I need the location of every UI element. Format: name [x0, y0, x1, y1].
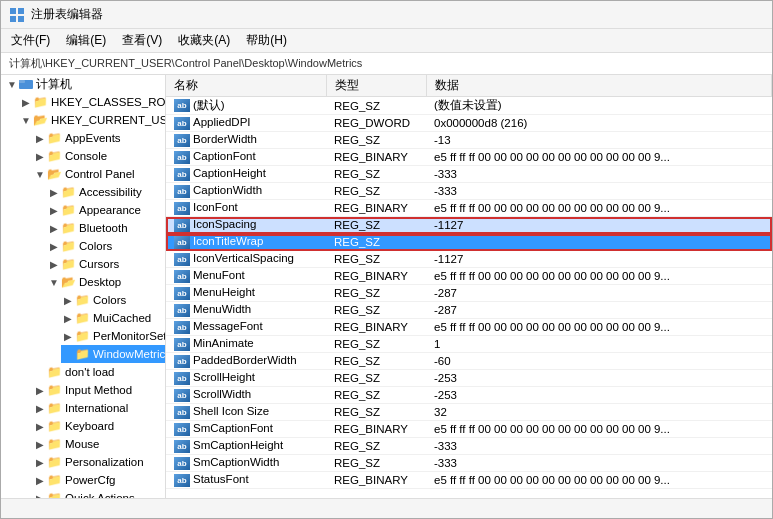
tree-item-appearance[interactable]: ▶ 📁 Appearance: [47, 201, 165, 219]
tree-item-bluetooth[interactable]: ▶ 📁 Bluetooth: [47, 219, 165, 237]
tree-item-desktop[interactable]: ▼ 📂 Desktop: [47, 273, 165, 291]
cell-data: -287: [426, 302, 772, 319]
tree-item-keyboard[interactable]: ▶ 📁 Keyboard: [33, 417, 165, 435]
tree-item-desktop-colors[interactable]: ▶ 📁 Colors: [61, 291, 165, 309]
table-row[interactable]: abStatusFontREG_BINARYe5 ff ff ff 00 00 …: [166, 472, 772, 489]
tree-item-inputmethod[interactable]: ▶ 📁 Input Method: [33, 381, 165, 399]
expand-icon: ▶: [33, 385, 47, 396]
cell-type: REG_SZ: [326, 455, 426, 472]
menu-view[interactable]: 查看(V): [116, 30, 168, 51]
cell-name: abScrollWidth: [166, 387, 326, 404]
table-row[interactable]: abAppliedDPIREG_DWORD0x000000d8 (216): [166, 115, 772, 132]
table-row[interactable]: abIconFontREG_BINARYe5 ff ff ff 00 00 00…: [166, 200, 772, 217]
reg-value-name: ScrollWidth: [193, 388, 251, 400]
reg-value-name: CaptionWidth: [193, 184, 262, 196]
table-row[interactable]: abPaddedBorderWidthREG_SZ-60: [166, 353, 772, 370]
folder-icon: 📁: [61, 185, 76, 199]
reg-value-icon: ab: [174, 304, 190, 317]
title-bar: 注册表编辑器: [1, 1, 772, 29]
table-row[interactable]: abScrollWidthREG_SZ-253: [166, 387, 772, 404]
tree-item-permonitor[interactable]: ▶ 📁 PerMonitorSettin...: [61, 327, 165, 345]
tree-label: don't load: [65, 366, 115, 378]
folder-icon: 📁: [75, 311, 90, 325]
cell-name: abCaptionFont: [166, 149, 326, 166]
table-row[interactable]: abSmCaptionWidthREG_SZ-333: [166, 455, 772, 472]
table-row[interactable]: abSmCaptionFontREG_BINARYe5 ff ff ff 00 …: [166, 421, 772, 438]
cell-name: abSmCaptionFont: [166, 421, 326, 438]
folder-icon: 📂: [33, 113, 48, 127]
tree-item-console[interactable]: ▶ 📁 Console: [33, 147, 165, 165]
menu-edit[interactable]: 编辑(E): [60, 30, 112, 51]
tree-item-control-panel[interactable]: ▼ 📂 Control Panel: [33, 165, 165, 183]
table-row[interactable]: abMessageFontREG_BINARYe5 ff ff ff 00 00…: [166, 319, 772, 336]
cell-data: (数值未设置): [426, 97, 772, 115]
table-row[interactable]: abIconSpacingREG_SZ-1127: [166, 217, 772, 234]
expand-icon: ▼: [19, 115, 33, 126]
menu-help[interactable]: 帮助(H): [240, 30, 293, 51]
table-row[interactable]: abSmCaptionHeightREG_SZ-333: [166, 438, 772, 455]
expand-icon: ▶: [61, 295, 75, 306]
folder-icon: 📁: [47, 383, 62, 397]
tree-label: Control Panel: [65, 168, 135, 180]
expand-icon: ▶: [33, 133, 47, 144]
tree-item-powercfg[interactable]: ▶ 📁 PowerCfg: [33, 471, 165, 489]
reg-value-icon: ab: [174, 168, 190, 181]
reg-value-name: IconFont: [193, 201, 238, 213]
tree-item-cursors[interactable]: ▶ 📁 Cursors: [47, 255, 165, 273]
window-title: 注册表编辑器: [31, 6, 103, 23]
table-row[interactable]: ab(默认)REG_SZ(数值未设置): [166, 97, 772, 115]
tree-item-international[interactable]: ▶ 📁 International: [33, 399, 165, 417]
folder-icon: 📁: [47, 437, 62, 451]
table-row[interactable]: abBorderWidthREG_SZ-13: [166, 132, 772, 149]
tree-item-personalization[interactable]: ▶ 📁 Personalization: [33, 453, 165, 471]
table-row[interactable]: abMenuWidthREG_SZ-287: [166, 302, 772, 319]
tree-item-current-user[interactable]: ▼ 📂 HKEY_CURRENT_USER: [19, 111, 165, 129]
reg-value-name: PaddedBorderWidth: [193, 354, 297, 366]
cell-type: REG_SZ: [326, 183, 426, 200]
expand-icon: ▶: [33, 403, 47, 414]
table-row[interactable]: abCaptionWidthREG_SZ-333: [166, 183, 772, 200]
tree-item-classes-root[interactable]: ▶ 📁 HKEY_CLASSES_ROOT: [19, 93, 165, 111]
tree-label: Personalization: [65, 456, 144, 468]
reg-value-icon: ab: [174, 236, 190, 249]
table-row[interactable]: abShell Icon SizeREG_SZ32: [166, 404, 772, 421]
folder-icon: 📁: [47, 401, 62, 415]
tree-item-appevents[interactable]: ▶ 📁 AppEvents: [33, 129, 165, 147]
table-row[interactable]: abScrollHeightREG_SZ-253: [166, 370, 772, 387]
table-row[interactable]: abIconTitleWrapREG_SZ: [166, 234, 772, 251]
registry-table: 名称 类型 数据 ab(默认)REG_SZ(数值未设置)abAppliedDPI…: [166, 75, 772, 489]
folder-icon: 📁: [33, 95, 48, 109]
reg-value-name: IconVerticalSpacing: [193, 252, 294, 264]
reg-value-name: SmCaptionWidth: [193, 456, 279, 468]
table-row[interactable]: abMenuFontREG_BINARYe5 ff ff ff 00 00 00…: [166, 268, 772, 285]
reg-value-icon: ab: [174, 406, 190, 419]
tree-item-dontload[interactable]: 📁 don't load: [33, 363, 165, 381]
tree-label: HKEY_CLASSES_ROOT: [51, 96, 166, 108]
table-row[interactable]: abMenuHeightREG_SZ-287: [166, 285, 772, 302]
tree-item-quickactions[interactable]: ▶ 📁 Quick Actions: [33, 489, 165, 498]
folder-icon: 📁: [47, 473, 62, 487]
cell-name: abMinAnimate: [166, 336, 326, 353]
tree-item-accessibility[interactable]: ▶ 📁 Accessibility: [47, 183, 165, 201]
expand-icon: ▶: [33, 421, 47, 432]
expand-icon: ▶: [33, 475, 47, 486]
tree-label: Console: [65, 150, 107, 162]
table-row[interactable]: abCaptionFontREG_BINARYe5 ff ff ff 00 00…: [166, 149, 772, 166]
cell-name: abIconVerticalSpacing: [166, 251, 326, 268]
tree-label: WindowMetrics: [93, 348, 166, 360]
tree-item-computer[interactable]: ▼ 计算机: [5, 75, 165, 93]
cell-data: -333: [426, 455, 772, 472]
tree-item-mouse[interactable]: ▶ 📁 Mouse: [33, 435, 165, 453]
tree-label: Appearance: [79, 204, 141, 216]
cell-name: ab(默认): [166, 97, 326, 115]
cell-data: e5 ff ff ff 00 00 00 00 00 00 00 00 00 0…: [426, 472, 772, 489]
tree-item-muicached[interactable]: ▶ 📁 MuiCached: [61, 309, 165, 327]
menu-favorites[interactable]: 收藏夹(A): [172, 30, 236, 51]
tree-item-colors[interactable]: ▶ 📁 Colors: [47, 237, 165, 255]
table-row[interactable]: abCaptionHeightREG_SZ-333: [166, 166, 772, 183]
folder-icon: 📁: [61, 257, 76, 271]
tree-item-windowmetrics[interactable]: 📁 WindowMetrics: [61, 345, 165, 363]
table-row[interactable]: abIconVerticalSpacingREG_SZ-1127: [166, 251, 772, 268]
table-row[interactable]: abMinAnimateREG_SZ1: [166, 336, 772, 353]
menu-file[interactable]: 文件(F): [5, 30, 56, 51]
